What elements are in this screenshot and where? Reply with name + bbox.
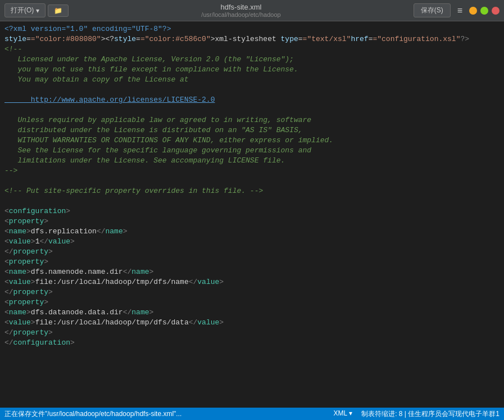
comment-text: See the License for the specific languag… bbox=[4, 146, 311, 156]
code-line: <name>dfs.datanode.data.dir</name> bbox=[0, 308, 504, 318]
code-line: <!-- bbox=[0, 45, 504, 55]
statusbar-saving-text: 正在保存文件"/usr/local/hadoop/etc/hadoop/hdfs… bbox=[4, 409, 181, 419]
file-title: hdfs-site.xml bbox=[69, 3, 413, 11]
comment-text: <!-- Put site-specific property override… bbox=[4, 187, 263, 197]
file-path: /usr/local/hadoop/etc/hadoop bbox=[69, 11, 413, 18]
comment-text: You may obtain a copy of the License at bbox=[4, 75, 189, 85]
file-icon-button[interactable]: 📁 bbox=[48, 4, 69, 17]
code-line: </configuration> bbox=[0, 338, 504, 349]
comment-text: Unless required by applicable law or agr… bbox=[4, 116, 311, 126]
code-line: distributed under the License is distrib… bbox=[0, 126, 504, 136]
code-line: </property> bbox=[0, 247, 504, 258]
code-line: you may not use this file except in comp… bbox=[0, 65, 504, 75]
code-line: <property> bbox=[0, 217, 504, 227]
code-line: <value>file:/usr/local/hadoop/tmp/dfs/na… bbox=[0, 278, 504, 288]
code-line: <value>1</value> bbox=[0, 237, 504, 247]
code-line bbox=[0, 197, 504, 207]
statusbar-right-text: 制表符缩进: 8 | 佳生程序员会写现代电子羊群1 bbox=[361, 409, 500, 419]
code-line: <configuration> bbox=[0, 207, 504, 217]
editor[interactable]: <?xml version="1.0" encoding="UTF-8"?>st… bbox=[0, 21, 504, 408]
comment-text: WITHOUT WARRANTIES OR CONDITIONS OF ANY … bbox=[4, 136, 333, 146]
titlebar-right: 保存(S) ≡ bbox=[414, 3, 500, 17]
open-button[interactable]: 打开(O) ▾ bbox=[4, 3, 46, 17]
comment-text: Licensed under the Apache License, Versi… bbox=[4, 55, 294, 65]
code-line: <value>file:/usr/local/hadoop/tmp/dfs/da… bbox=[0, 318, 504, 328]
titlebar-center: hdfs-site.xml /usr/local/hadoop/etc/hado… bbox=[69, 3, 413, 18]
code-line: <name>dfs.namenode.name.dir</name> bbox=[0, 268, 504, 278]
code-line: limitations under the License. See accom… bbox=[0, 156, 504, 166]
code-line: WITHOUT WARRANTIES OR CONDITIONS OF ANY … bbox=[0, 136, 504, 146]
code-line bbox=[0, 106, 504, 116]
comment-text: you may not use this file except in comp… bbox=[4, 65, 298, 75]
comment-text: --> bbox=[4, 166, 17, 177]
menu-button[interactable]: ≡ bbox=[454, 4, 466, 17]
save-button[interactable]: 保存(S) bbox=[414, 3, 451, 17]
code-line: <property> bbox=[0, 258, 504, 268]
titlebar-left: 打开(O) ▾ 📁 bbox=[4, 3, 69, 17]
open-label: 打开(O) bbox=[11, 6, 34, 15]
close-icon[interactable] bbox=[492, 7, 500, 15]
code-line: </property> bbox=[0, 328, 504, 338]
chevron-down-icon: ▾ bbox=[36, 7, 39, 15]
comment-text: limitations under the License. See accom… bbox=[4, 156, 285, 166]
comment-text: <!-- bbox=[4, 45, 22, 55]
minimize-icon[interactable] bbox=[469, 7, 477, 15]
language-selector[interactable]: XML ▾ bbox=[334, 409, 353, 419]
code-line: <!-- Put site-specific property override… bbox=[0, 187, 504, 197]
code-line: <name>dfs.replication</name> bbox=[0, 227, 504, 237]
xml-declaration: <?xml version="1.0" encoding="UTF-8"?> bbox=[4, 25, 171, 35]
statusbar-right: XML ▾ 制表符缩进: 8 | 佳生程序员会写现代电子羊群1 bbox=[334, 409, 500, 419]
code-line: You may obtain a copy of the License at bbox=[0, 75, 504, 85]
code-line: style=="color:#808080"><?style=="color:#… bbox=[0, 35, 504, 45]
titlebar: 打开(O) ▾ 📁 hdfs-site.xml /usr/local/hadoo… bbox=[0, 0, 504, 21]
code-line: </property> bbox=[0, 288, 504, 298]
code-line: Licensed under the Apache License, Versi… bbox=[0, 55, 504, 65]
code-line: See the License for the specific languag… bbox=[0, 146, 504, 156]
code-line: <property> bbox=[0, 298, 504, 308]
link-text[interactable]: http://www.apache.org/licenses/LICENSE-2… bbox=[4, 96, 215, 106]
maximize-icon[interactable] bbox=[480, 7, 488, 15]
code-line bbox=[0, 177, 504, 187]
comment-text: distributed under the License is distrib… bbox=[4, 126, 303, 136]
code-line bbox=[0, 85, 504, 96]
statusbar: 正在保存文件"/usr/local/hadoop/etc/hadoop/hdfs… bbox=[0, 408, 504, 420]
code-line: --> bbox=[0, 166, 504, 177]
file-icon: 📁 bbox=[54, 7, 62, 15]
code-line: Unless required by applicable law or agr… bbox=[0, 116, 504, 126]
code-line: <?xml version="1.0" encoding="UTF-8"?> bbox=[0, 25, 504, 35]
code-line: http://www.apache.org/licenses/LICENSE-2… bbox=[0, 96, 504, 106]
